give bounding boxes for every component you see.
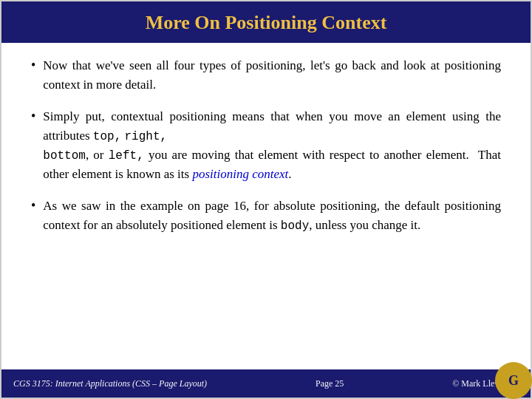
code-right: right,	[124, 130, 167, 143]
footer-course: CGS 3175: Internet Applications (CSS – P…	[13, 378, 207, 389]
code-body: body	[281, 219, 309, 233]
bullet-text-2: Simply put, contextual positioning means…	[43, 107, 501, 183]
list-item: • Now that we've seen all four types of …	[31, 56, 501, 94]
slide-content: • Now that we've seen all four types of …	[1, 43, 531, 369]
bullet-text-1: Now that we've seen all four types of po…	[43, 56, 501, 94]
code-bottom: bottom	[43, 149, 86, 163]
bullet-text-3: As we saw in the example on page 16, for…	[43, 197, 501, 235]
bullet-icon: •	[31, 198, 35, 214]
list-item: • Simply put, contextual positioning mea…	[31, 107, 501, 183]
slide-title: More On Positioning Context	[146, 12, 387, 33]
code-left: left,	[109, 149, 144, 163]
slide-footer: CGS 3175: Internet Applications (CSS – P…	[1, 369, 531, 398]
footer-logo: G	[495, 362, 532, 399]
positioning-context-link: positioning context	[192, 167, 288, 181]
footer-page: Page 25	[316, 378, 344, 389]
bullet-icon: •	[31, 109, 35, 124]
list-item: • As we saw in the example on page 16, f…	[31, 197, 501, 235]
logo-icon: G	[501, 368, 526, 393]
svg-text:G: G	[508, 373, 519, 388]
slide-header: More On Positioning Context	[1, 1, 531, 43]
code-top: top,	[93, 130, 121, 143]
slide-container: More On Positioning Context • Now that w…	[0, 0, 532, 399]
bullet-icon: •	[31, 58, 35, 73]
